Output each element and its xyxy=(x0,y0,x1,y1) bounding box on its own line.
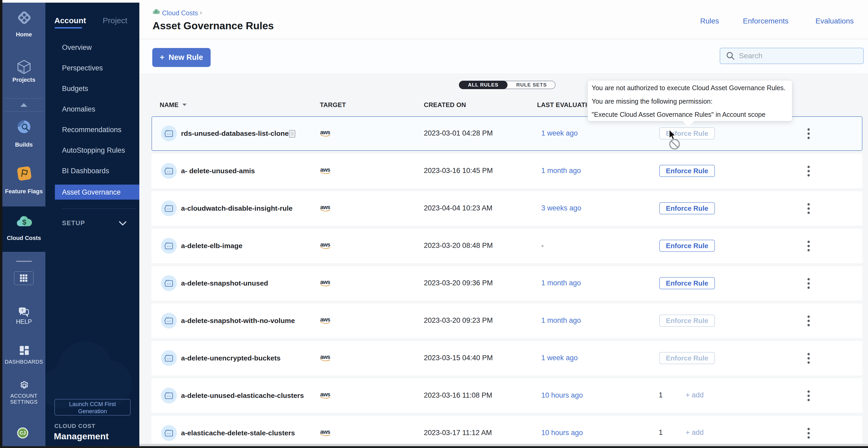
svg-text:$: $ xyxy=(22,218,26,226)
svg-text:‹›: ‹› xyxy=(167,319,171,323)
svg-text:?: ? xyxy=(21,309,24,312)
svg-text:aws: aws xyxy=(320,167,331,173)
svg-text:‹›: ‹› xyxy=(167,132,171,136)
svg-text:‹›: ‹› xyxy=(167,432,171,436)
svg-text:$: $ xyxy=(155,10,157,14)
svg-text:aws: aws xyxy=(320,242,331,248)
svg-text:aws: aws xyxy=(320,354,331,360)
svg-text:aws: aws xyxy=(320,316,331,323)
svg-text:‹›: ‹› xyxy=(167,207,171,211)
svg-text:aws: aws xyxy=(320,204,331,210)
svg-text:‹›: ‹› xyxy=(167,282,171,286)
svg-text:‹›: ‹› xyxy=(167,244,171,248)
svg-text:aws: aws xyxy=(320,279,331,285)
svg-text:‹›: ‹› xyxy=(167,394,171,398)
svg-text:‹›: ‹› xyxy=(167,170,171,173)
svg-text:aws: aws xyxy=(320,129,331,136)
svg-text:aws: aws xyxy=(320,391,331,398)
svg-text:aws: aws xyxy=(320,429,331,435)
svg-text:‹›: ‹› xyxy=(167,357,171,361)
